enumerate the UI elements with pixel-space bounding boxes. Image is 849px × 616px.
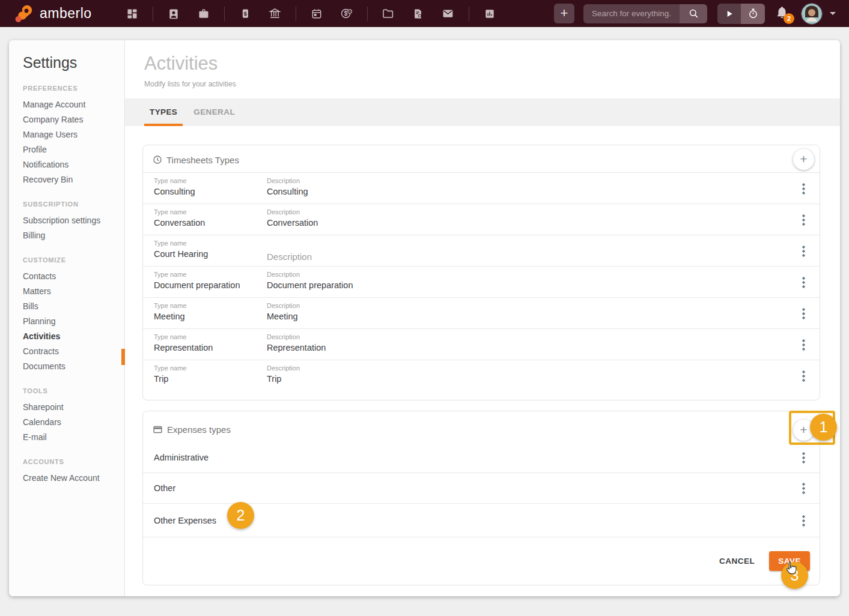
timesheets-card-header: Timesheets Types xyxy=(143,145,820,172)
section-header-subscription: SUBSCRIPTION xyxy=(23,198,124,210)
timesheet-type-row: Type name Representation Description Rep… xyxy=(143,328,820,360)
search-icon xyxy=(688,8,699,19)
row-menu-button[interactable] xyxy=(802,276,805,288)
type-name-label: Type name xyxy=(154,208,267,216)
row-menu-button[interactable] xyxy=(802,451,805,464)
divider xyxy=(153,7,153,21)
calendar-icon[interactable] xyxy=(306,2,327,25)
expense-type-row: Other xyxy=(143,473,820,504)
divider xyxy=(224,7,225,21)
sidebar-item-planning[interactable]: Planning xyxy=(23,314,124,329)
row-menu-button[interactable] xyxy=(802,214,805,226)
search-input[interactable] xyxy=(583,4,680,23)
documents-icon[interactable] xyxy=(377,2,399,25)
brand-logo[interactable]: amberlo xyxy=(14,4,92,23)
cancel-button[interactable]: CANCEL xyxy=(711,551,763,571)
add-timesheet-type-button[interactable]: + xyxy=(793,149,814,170)
add-expense-type-button[interactable]: + xyxy=(793,420,814,441)
row-menu-button[interactable] xyxy=(802,515,805,527)
row-menu-button[interactable] xyxy=(802,339,805,351)
account-menu-chevron-icon[interactable] xyxy=(830,12,836,15)
type-name-value[interactable]: Consulting xyxy=(154,187,267,196)
sidebar-item-create-new-account[interactable]: Create New Account xyxy=(23,471,124,486)
certificates-icon[interactable] xyxy=(407,2,429,25)
timesheet-type-row: Type name Consulting Description Consult… xyxy=(143,172,820,204)
sidebar-item-subscription-settings[interactable]: Subscription settings xyxy=(23,213,124,228)
sidebar-item-documents[interactable]: Documents xyxy=(23,359,124,374)
description-value[interactable]: Document preparation xyxy=(267,280,784,290)
matters-icon[interactable] xyxy=(193,2,215,25)
type-name-value[interactable]: Meeting xyxy=(154,312,267,321)
type-name-label: Type name xyxy=(154,364,267,372)
row-menu-button[interactable] xyxy=(802,307,805,319)
dashboard-icon[interactable] xyxy=(121,2,143,25)
bills-icon[interactable]: $ xyxy=(234,2,256,25)
mail-icon[interactable] xyxy=(437,2,459,25)
sidebar-item-billing[interactable]: Billing xyxy=(23,228,124,243)
svg-text:$: $ xyxy=(344,10,348,17)
type-name-value[interactable]: Document preparation xyxy=(154,280,267,290)
description-value[interactable]: Trip xyxy=(267,374,784,384)
bank-icon[interactable] xyxy=(264,2,286,25)
type-name-label: Type name xyxy=(154,271,267,278)
description-value[interactable]: Representation xyxy=(267,343,784,352)
row-menu-button[interactable] xyxy=(802,183,805,195)
sidebar-item-matters[interactable]: Matters xyxy=(23,284,124,299)
quick-add-button[interactable]: + xyxy=(554,4,574,23)
sidebar-item-activities[interactable]: Activities xyxy=(23,329,124,344)
save-button[interactable]: SAVE xyxy=(769,551,810,571)
description-label: Description xyxy=(267,302,784,309)
row-menu-button[interactable] xyxy=(802,482,805,494)
global-search xyxy=(583,4,707,23)
description-value[interactable]: Consulting xyxy=(267,187,784,196)
navbar-right: + 2 xyxy=(554,3,836,25)
description-value[interactable]: Conversation xyxy=(267,218,784,228)
sidebar-item-profile[interactable]: Profile xyxy=(23,142,124,157)
expense-type-row: Administrative xyxy=(143,442,820,473)
type-name-label: Type name xyxy=(154,240,267,247)
reports-icon[interactable] xyxy=(479,2,501,25)
divider xyxy=(296,7,296,21)
description-value[interactable]: Meeting xyxy=(267,312,784,321)
type-name-value[interactable]: Trip xyxy=(154,374,267,384)
settings-content: Activities Modify lists for your activit… xyxy=(125,40,840,596)
description-label: Description xyxy=(267,364,784,372)
play-button[interactable] xyxy=(717,4,741,24)
top-navbar: amberlo $ $ xyxy=(0,0,849,27)
type-name-value[interactable]: Representation xyxy=(154,343,267,352)
sidebar-item-bills[interactable]: Bills xyxy=(23,299,124,314)
timesheet-type-row: Type name Trip Description Trip xyxy=(143,360,820,391)
time-billing-icon[interactable]: $ xyxy=(336,2,358,25)
row-menu-button[interactable] xyxy=(802,370,805,382)
sidebar-item-company-rates[interactable]: Company Rates xyxy=(23,112,124,127)
user-avatar[interactable] xyxy=(801,3,823,25)
sidebar-item-manage-account[interactable]: Manage Account xyxy=(23,97,124,112)
sidebar-item-email[interactable]: E-mail xyxy=(23,430,124,445)
timer-controls xyxy=(717,4,765,24)
expense-type-row: Other Expenses xyxy=(143,504,820,537)
sidebar-item-contracts[interactable]: Contracts xyxy=(23,344,124,359)
expense-type-value[interactable]: Administrative xyxy=(154,453,208,462)
contacts-icon[interactable] xyxy=(163,2,184,25)
expense-type-value[interactable]: Other Expenses xyxy=(154,516,216,525)
notifications-button[interactable]: 2 xyxy=(775,5,789,22)
sidebar-item-recovery-bin[interactable]: Recovery Bin xyxy=(23,172,124,187)
stopwatch-icon xyxy=(747,8,759,19)
sidebar-item-sharepoint[interactable]: Sharepoint xyxy=(23,400,124,415)
timer-button[interactable] xyxy=(741,4,765,24)
tab-general[interactable]: GENERAL xyxy=(188,98,240,126)
sidebar-item-calendars[interactable]: Calendars xyxy=(23,415,124,430)
expense-type-value[interactable]: Other xyxy=(154,483,175,493)
description-placeholder[interactable]: Description xyxy=(267,252,312,262)
timesheet-type-row: Type name Document preparation Descripti… xyxy=(143,266,820,297)
tab-types[interactable]: TYPES xyxy=(144,98,183,126)
description-label: Description xyxy=(267,271,784,278)
sidebar-item-contacts[interactable]: Contacts xyxy=(23,269,124,284)
type-name-value[interactable]: Court Hearing xyxy=(154,249,267,259)
search-button[interactable] xyxy=(680,4,707,23)
row-menu-button[interactable] xyxy=(802,245,805,257)
type-name-value[interactable]: Conversation xyxy=(154,218,267,228)
sidebar-item-manage-users[interactable]: Manage Users xyxy=(23,127,124,142)
divider xyxy=(367,7,368,21)
sidebar-item-notifications[interactable]: Notifications xyxy=(23,157,124,172)
